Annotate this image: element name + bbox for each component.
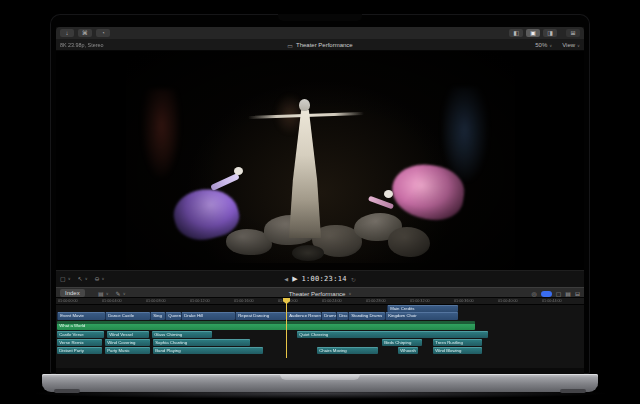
timeline-clip[interactable]: Dance Castle	[105, 312, 150, 320]
clip-label: Wind Blowing	[433, 348, 461, 352]
timeline-clip[interactable]: Disc	[336, 312, 348, 320]
skimming-toggle[interactable]: ◎	[531, 290, 536, 297]
timeline-clip[interactable]: Wind Covering	[105, 339, 150, 346]
timeline-tracks: Main CreditsEvent MovieDance CastleSingQ…	[56, 305, 584, 368]
timeline-clip[interactable]: Main Credits	[387, 305, 458, 312]
clip-label: Standing Drums	[349, 314, 382, 318]
laptop-foot	[560, 389, 586, 393]
index-button[interactable]: Index	[60, 289, 85, 297]
timeline-clip[interactable]: Wind Vessel	[107, 331, 149, 338]
timeline-clip[interactable]: Party Music	[105, 347, 150, 354]
clip-label: Wind Covering	[105, 340, 135, 344]
clip-label: Whoosh	[398, 348, 416, 352]
timeline-clip[interactable]: Repeat Dancing	[235, 312, 286, 320]
clip-label: Birds Chirping	[382, 340, 411, 344]
background-tasks-icon: ◔	[101, 30, 105, 36]
chevron-down-icon: ∨	[68, 276, 71, 281]
project-selector-label: Theater Performance	[289, 291, 346, 297]
chevron-down-icon: ∨	[106, 291, 109, 296]
ruler-tick: 01:00:20:00	[278, 299, 298, 303]
toolbar-left-group: ↓ ⌘ ◔	[60, 29, 110, 37]
timeline-clip[interactable]: Drake Hill	[181, 312, 235, 320]
inspector-panel-icon: ◨	[547, 30, 553, 36]
solo-toggle[interactable]: ▢	[556, 290, 562, 297]
clip-label: Wind Vessel	[107, 332, 133, 336]
skip-back-button[interactable]: ◀	[284, 276, 288, 282]
timeline-clip[interactable]: Drums	[321, 312, 336, 320]
timeline-clip[interactable]: What a World	[57, 321, 475, 330]
timeline-clip[interactable]: Castle Verse	[57, 331, 104, 338]
timeline-clip[interactable]: Whoosh	[398, 347, 418, 354]
timeline-ruler[interactable]: 01:00:00:0001:00:04:0001:00:08:0001:00:1…	[56, 298, 584, 305]
play-button[interactable]: ▶	[292, 275, 297, 283]
toolbar-right-group: ◧ ▣ ◨ ⊞	[509, 29, 580, 37]
clip-label: Glass Chiming	[152, 332, 182, 336]
timecode-display[interactable]: 1:00:23:14	[302, 275, 347, 283]
browser-panel-toggle[interactable]: ◧	[509, 29, 523, 37]
macbook-screen: ↓ ⌘ ◔ ◧ ▣ ◨ ⊞ 8K 23.98p, Stereo ▭ Theate…	[50, 14, 590, 374]
trim-tool-button[interactable]: ⊖ ∨	[95, 275, 105, 282]
chevron-down-icon: ∨	[123, 291, 126, 296]
clip-label: What a World	[57, 323, 85, 327]
timeline-clip[interactable]: Queen	[165, 312, 181, 320]
chevron-down-icon: ∨	[549, 43, 552, 48]
timeline-clip[interactable]: Sophia Chanting	[153, 339, 250, 346]
ruler-tick: 01:00:44:00	[542, 299, 562, 303]
browser-panel-icon: ◧	[513, 30, 519, 36]
timeline-clip[interactable]: Sing	[150, 312, 165, 320]
clip-label: Sing	[151, 314, 162, 318]
ruler-tick: 01:00:40:00	[498, 299, 518, 303]
lid-notch	[280, 374, 360, 380]
appearance-menu-button[interactable]: ▤ ∨	[98, 290, 109, 297]
clip-label: Queen	[166, 314, 181, 318]
import-media-button[interactable]: ↓	[60, 29, 74, 37]
zoom-value: 50%	[535, 42, 547, 48]
timeline-clip[interactable]: Trees Rustling	[433, 339, 482, 346]
background-tasks-button[interactable]: ◔	[96, 29, 110, 37]
vignette-overlay	[126, 51, 515, 270]
timeline-panel-toggle[interactable]: ▣	[526, 29, 540, 37]
timeline-clip[interactable]: Glass Chiming	[152, 331, 212, 338]
monitor-icon: ▭	[287, 42, 293, 49]
zoom-fit-toggle[interactable]: ⊟	[575, 290, 580, 297]
viewer[interactable]	[56, 51, 584, 270]
timeline-clip[interactable]: Band Playing	[153, 347, 263, 354]
clip-label: Dance Castle	[106, 314, 134, 318]
loop-icon[interactable]: ↻	[351, 276, 356, 283]
timeline-clip[interactable]: Chairs Moving	[317, 347, 378, 354]
ruler-tick: 01:00:36:00	[454, 299, 474, 303]
viewer-menus: 50% ∨ View ∨	[535, 39, 580, 51]
ruler-tick: 01:00:12:00	[190, 299, 210, 303]
playback-controls: ◀ ▶ 1:00:23:14 ↻	[284, 273, 355, 285]
view-menu[interactable]: View ∨	[562, 42, 580, 48]
timeline-clip[interactable]: Audience Reserve	[286, 312, 321, 320]
viewer-project-title: Theater Performance	[296, 42, 353, 48]
clip-label: Audience Reserve	[287, 314, 321, 318]
inspector-panel-toggle[interactable]: ◨	[543, 29, 557, 37]
view-menu-label: View	[562, 42, 575, 48]
share-button[interactable]: ⊞	[566, 29, 580, 37]
select-tool-button[interactable]: ↖ ∨	[78, 275, 88, 282]
clip-label: Party Music	[105, 348, 130, 352]
share-icon: ⊞	[570, 30, 575, 36]
timeline-clip[interactable]: Wind Blowing	[433, 347, 482, 354]
edit-menu-button[interactable]: ✎ ∨	[116, 290, 126, 297]
timeline-clip[interactable]: Kingdom Choir	[385, 312, 458, 320]
clip-appearance-button[interactable]: ▢ ∨	[60, 275, 71, 282]
snapping-toggle[interactable]	[541, 291, 552, 297]
timeline-clip[interactable]: Distant Party	[57, 347, 102, 354]
clip-label: Event Movie	[58, 314, 84, 318]
lanes-toggle[interactable]: ▤	[565, 290, 571, 297]
camera-notch	[278, 14, 362, 21]
timeline-clip[interactable]: Standing Drums	[348, 312, 385, 320]
keyword-editor-button[interactable]: ⌘	[78, 29, 92, 37]
fcp-window: ↓ ⌘ ◔ ◧ ▣ ◨ ⊞ 8K 23.98p, Stereo ▭ Theate…	[56, 27, 584, 374]
timeline-clip[interactable]: Verse Remix	[57, 339, 102, 346]
timeline-clip[interactable]: Birds Chirping	[382, 339, 422, 346]
timeline-clip[interactable]: Event Movie	[57, 312, 105, 320]
timeline-clip[interactable]: Quiet Cheering	[297, 331, 488, 338]
chevron-down-icon: ∨	[85, 276, 88, 281]
zoom-menu[interactable]: 50% ∨	[535, 42, 552, 48]
tool-group: ▢ ∨ ↖ ∨ ⊖ ∨	[60, 275, 105, 282]
clip-label: Sophia Chanting	[153, 340, 187, 344]
